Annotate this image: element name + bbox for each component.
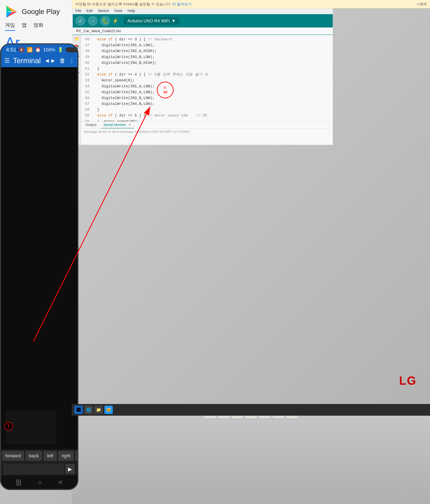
taskbar-icon-3[interactable]: 📁 <box>94 406 103 414</box>
code-line-47: 47 digitalWrite(IN1_A,LOW); <box>81 42 333 48</box>
verify-button[interactable]: ✓ <box>75 16 85 26</box>
code-line-58: 58 } <box>81 107 333 113</box>
arduino-toolbar: ✓ → 🐛 ⚡ Arduino UNO R4 WiFi ▼ <box>73 14 333 27</box>
cmd-forward[interactable]: forward <box>2 451 24 461</box>
nav-home-icon[interactable]: ○ <box>38 478 42 486</box>
app-title: Terminal <box>13 56 41 65</box>
app-bar: ☰ Terminal ◄► 🗑 ⋮ <box>1 54 77 67</box>
board-name: Arduino UNO R4 WiFi <box>127 18 170 24</box>
cmd-stop[interactable]: stop <box>75 451 77 461</box>
taskbar-icon-4[interactable]: 🐱 <box>104 406 113 414</box>
gp-nav: 게임 앱 영화 <box>0 20 77 30</box>
menu-file[interactable]: File <box>75 9 81 13</box>
code-line-53: 53 motor_speed(0); <box>81 78 333 83</box>
nav-back-icon[interactable]: < <box>59 478 62 486</box>
notification-dismiss[interactable]: 나중에 <box>417 2 427 6</box>
gp-nav-games[interactable]: 게임 <box>5 22 15 28</box>
google-play-logo-icon <box>5 5 18 18</box>
board-selector[interactable]: Arduino UNO R4 WiFi ▼ <box>124 17 179 25</box>
menu-tools[interactable]: Tools <box>114 9 122 13</box>
taskbar-icon-1[interactable]: 🅰 <box>75 406 83 414</box>
code-line-51: 51 } <box>81 66 333 72</box>
cmd-right[interactable]: right <box>58 451 74 461</box>
cmd-left[interactable]: left <box>44 451 57 461</box>
board-dropdown-icon: ▼ <box>171 18 176 24</box>
serial-monitor-close[interactable]: ✕ <box>128 123 131 127</box>
code-line-52: 52 else if ( dir == 4 ) { // 0를 입력 후에는 작… <box>81 72 333 78</box>
hamburger-menu-icon[interactable]: ☰ <box>4 57 10 64</box>
phone-container: 4:51 ⚙ 🔇 📶 ⏰ 100% 🔋 ☰ Terminal ◄► 🗑 ⋮ <box>0 43 78 493</box>
arduino-ide-window: ⬛ RC_Car_latest_Code22 | Arduino IDE 2.3… <box>73 0 333 145</box>
arduino-menubar: File Edit Sketch Tools Help <box>73 8 333 14</box>
lg-logo: LG <box>399 374 417 387</box>
delete-icon[interactable]: 🗑 <box>59 57 65 64</box>
mute-icon: 🔇 <box>19 47 25 53</box>
debug-button[interactable]: 🐛 <box>100 16 110 26</box>
gp-nav-apps[interactable]: 앱 <box>22 22 27 28</box>
nav-bar: ||| ○ < <box>1 475 77 489</box>
notification-link[interactable]: 더 알아보기 <box>172 2 192 7</box>
gp-nav-movies[interactable]: 영화 <box>33 22 43 28</box>
notification-banner: 저장할 때 자동으로 열리도록 Firefox를 설정할 수 있습니다 더 알아… <box>72 0 430 8</box>
status-time: 4:51 <box>6 47 16 53</box>
output-tabs: Output Serial Monitor ✕ <box>81 122 333 128</box>
alarm-icon: ⏰ <box>35 47 41 53</box>
tab-serial-monitor[interactable]: Serial Monitor ✕ <box>101 122 134 128</box>
code-line-59: 59 else if ( dir == 5 ) { // motor speed… <box>81 113 333 118</box>
annotation-7: 7 <box>4 422 13 431</box>
code-line-50: 50 digitalWrite(IN4_B,HIGH); <box>81 60 333 66</box>
serial-message: Message (Enter to send message to 'Ardui… <box>81 128 333 135</box>
code-line-54: 54 digitalWrite(IN1_A,LOW); <box>81 83 333 89</box>
battery-percent: 100% <box>43 47 55 53</box>
taskbar: 🅰 🌐 📁 🐱 <box>72 404 430 416</box>
terminal-input[interactable] <box>4 464 64 474</box>
menu-help[interactable]: Help <box>128 9 135 13</box>
camera-indicator <box>66 47 78 52</box>
cmd-back[interactable]: back <box>26 451 42 461</box>
upload-button[interactable]: → <box>88 16 98 26</box>
code-line-55: 55 digitalWrite(IN2_A,LOW); <box>81 89 333 95</box>
usb-icon: ⚡ <box>112 18 118 24</box>
code-line-57: 57 digitalWrite(IN4_B,LOW); <box>81 101 333 107</box>
tab-output[interactable]: Output <box>83 122 99 128</box>
menu-sketch[interactable]: Sketch <box>98 9 109 13</box>
send-button[interactable]: ▶ <box>65 464 75 474</box>
output-panel: Output Serial Monitor ✕ Message (Enter t… <box>81 122 333 145</box>
file-tab[interactable]: RC_Car_latest_Code22.ino <box>73 27 333 35</box>
notification-text: 저장할 때 자동으로 열리도록 Firefox를 설정할 수 있습니다 <box>75 2 170 7</box>
code-line-49: 49 digitalWrite(IN3_B,LOW); <box>81 54 333 60</box>
annotation-circle-710: 7- 10 <box>157 82 174 98</box>
arrow-keys-icon[interactable]: ◄► <box>44 57 56 64</box>
battery-icon: 🔋 <box>57 47 63 53</box>
cmd-buttons: forward back left right stop min max <box>1 449 77 462</box>
code-line-56: 56 digitalWrite(IN3_B,LOW); <box>81 95 333 101</box>
nav-recent-icon[interactable]: ||| <box>16 478 21 486</box>
google-play-title: Google Play <box>22 8 60 16</box>
taskbar-icon-2[interactable]: 🌐 <box>84 406 93 414</box>
code-line-60: 60 | motor_speed(80); <box>81 119 333 122</box>
code-editor[interactable]: 46 else if ( dir == 3 ) { // backward 47… <box>81 35 333 122</box>
phone-body: 4:51 ⚙ 🔇 📶 ⏰ 100% 🔋 ☰ Terminal ◄► 🗑 ⋮ <box>0 43 78 490</box>
code-line-48: 48 digitalWrite(IN2_A,HIGH); <box>81 48 333 54</box>
terminal-content <box>1 67 77 449</box>
menu-edit[interactable]: Edit <box>86 9 93 13</box>
more-options-icon[interactable]: ⋮ <box>69 57 75 64</box>
sidebar-folder-icon[interactable]: 📁 <box>75 36 79 41</box>
status-bar: 4:51 ⚙ 🔇 📶 ⏰ 100% 🔋 <box>1 44 77 54</box>
status-icons: 🔇 📶 ⏰ 100% 🔋 <box>19 47 78 53</box>
keyboard-area: ☀+ F3 💻 F4 📺 F5 🔄 F6 ⏮ F7 ⏸ F8 ⏭ F9 <box>72 404 430 504</box>
gp-header: Google Play <box>0 0 77 20</box>
input-row: ▶ <box>1 462 77 475</box>
status-gear: ⚙ <box>16 48 19 51</box>
wifi-icon: 📶 <box>27 47 33 53</box>
code-line-46: 46 else if ( dir == 3 ) { // backward <box>81 36 333 42</box>
